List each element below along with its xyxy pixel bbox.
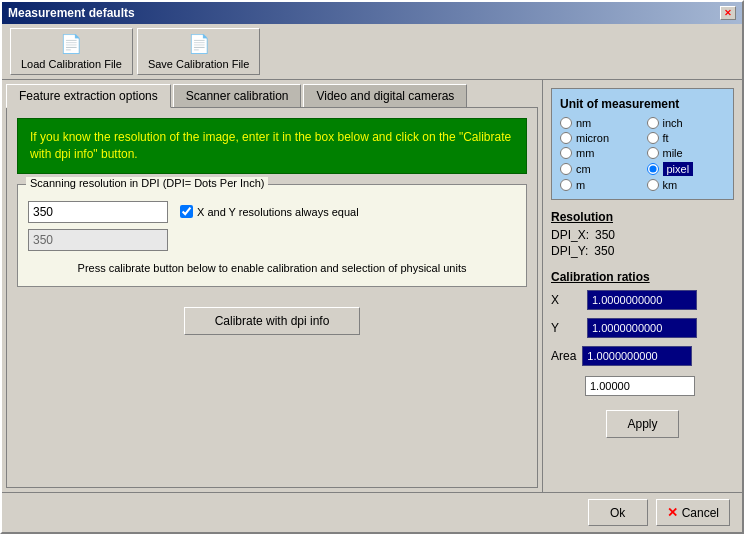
press-info-text: Press calibrate button below to enable c… [78, 262, 467, 274]
calib-y-row: Y [551, 318, 734, 338]
save-calibration-button[interactable]: 📄 Save Calibration File [137, 28, 261, 75]
tab-scanner-calibration[interactable]: Scanner calibration [173, 84, 302, 107]
main-content: Feature extraction options Scanner calib… [2, 80, 742, 492]
unit-km-radio[interactable] [647, 179, 659, 191]
right-panel: Unit of measurement nm inch micron [542, 80, 742, 492]
ok-label: Ok [610, 506, 625, 520]
title-bar-buttons: ✕ [720, 6, 736, 20]
calib-inner: X Y Area [551, 290, 734, 396]
calib-y-label: Y [551, 321, 581, 335]
single-value-input[interactable] [585, 376, 695, 396]
calibrate-btn-label: Calibrate with dpi info [215, 314, 330, 328]
dpi-content: X and Y resolutions always equal Press c… [28, 201, 516, 276]
save-label: Save Calibration File [148, 58, 250, 70]
calibrate-dpi-button[interactable]: Calibrate with dpi info [184, 307, 361, 335]
bottom-bar: Ok ✕ Cancel [2, 492, 742, 532]
tab1-label: Feature extraction options [19, 89, 158, 103]
tab3-label: Video and digital cameras [316, 89, 454, 103]
apply-button[interactable]: Apply [606, 410, 678, 438]
calib-x-row: X [551, 290, 734, 310]
unit-micron: micron [560, 132, 639, 144]
resolution-title: Resolution [551, 210, 734, 224]
unit-mile-radio[interactable] [647, 147, 659, 159]
tabs-bar: Feature extraction options Scanner calib… [2, 80, 542, 107]
info-box: If you know the resolution of the image,… [17, 118, 527, 174]
info-text: If you know the resolution of the image,… [30, 130, 511, 161]
xy-equal-group: X and Y resolutions always equal [180, 205, 359, 219]
xy-equal-checkbox[interactable] [180, 205, 193, 218]
load-label: Load Calibration File [21, 58, 122, 70]
unit-grid: nm inch micron ft [560, 117, 725, 191]
unit-m: m [560, 179, 639, 191]
unit-nm-radio[interactable] [560, 117, 572, 129]
dpi-inputs: X and Y resolutions always equal [28, 201, 516, 251]
window-title: Measurement defaults [8, 6, 135, 20]
left-panel: Feature extraction options Scanner calib… [2, 80, 542, 492]
unit-pixel: pixel [647, 162, 726, 176]
unit-inch-radio[interactable] [647, 117, 659, 129]
dpi-y-label: DPI_Y: [551, 244, 588, 258]
apply-label: Apply [627, 417, 657, 431]
calib-area-label: Area [551, 349, 576, 363]
calibration-ratios-box: Calibration ratios X Y Area [551, 270, 734, 396]
unit-nm: nm [560, 117, 639, 129]
calib-area-input[interactable] [582, 346, 692, 366]
xy-equal-label: X and Y resolutions always equal [197, 205, 359, 219]
cancel-label: Cancel [682, 506, 719, 520]
calib-y-input[interactable] [587, 318, 697, 338]
unit-ft: ft [647, 132, 726, 144]
calibrate-btn-container: Calibrate with dpi info [17, 297, 527, 335]
tab-content: If you know the resolution of the image,… [6, 107, 538, 488]
dpi-y-value: 350 [594, 244, 614, 258]
cancel-x-icon: ✕ [667, 505, 678, 520]
ok-button[interactable]: Ok [588, 499, 648, 526]
load-doc-icon: 📄 [60, 33, 82, 55]
unit-cm-radio[interactable] [560, 163, 572, 175]
unit-title: Unit of measurement [560, 97, 725, 111]
unit-m-radio[interactable] [560, 179, 572, 191]
main-window: Measurement defaults ✕ 📄 Load Calibratio… [0, 0, 744, 534]
dpi-y-row: DPI_Y: 350 [551, 244, 734, 258]
dpi-x-label: DPI_X: [551, 228, 589, 242]
unit-cm: cm [560, 162, 639, 176]
dpi-y-input[interactable] [28, 229, 168, 251]
dpi-x-value: 350 [595, 228, 615, 242]
title-bar: Measurement defaults ✕ [2, 2, 742, 24]
dpi-x-row: DPI_X: 350 [551, 228, 734, 242]
dpi-x-input[interactable] [28, 201, 168, 223]
pixel-label: pixel [663, 162, 694, 176]
resolution-box: Resolution DPI_X: 350 DPI_Y: 350 [551, 210, 734, 260]
tab2-label: Scanner calibration [186, 89, 289, 103]
unit-mile: mile [647, 147, 726, 159]
dpi-group: Scanning resolution in DPI (DPI= Dots Pe… [17, 184, 527, 287]
unit-inch: inch [647, 117, 726, 129]
calib-title: Calibration ratios [551, 270, 734, 284]
tab-feature-extraction[interactable]: Feature extraction options [6, 84, 171, 108]
unit-micron-radio[interactable] [560, 132, 572, 144]
unit-pixel-radio[interactable] [647, 163, 659, 175]
calib-area-row: Area [551, 346, 734, 366]
load-calibration-button[interactable]: 📄 Load Calibration File [10, 28, 133, 75]
unit-ft-radio[interactable] [647, 132, 659, 144]
tab-video-cameras[interactable]: Video and digital cameras [303, 84, 467, 107]
save-doc-icon: 📄 [188, 33, 210, 55]
calib-x-label: X [551, 293, 581, 307]
unit-mm-radio[interactable] [560, 147, 572, 159]
toolbar: 📄 Load Calibration File 📄 Save Calibrati… [2, 24, 742, 80]
press-info-container: Press calibrate button below to enable c… [28, 261, 516, 276]
close-button[interactable]: ✕ [720, 6, 736, 20]
calib-x-input[interactable] [587, 290, 697, 310]
unit-km: km [647, 179, 726, 191]
unit-of-measurement-box: Unit of measurement nm inch micron [551, 88, 734, 200]
dpi-legend: Scanning resolution in DPI (DPI= Dots Pe… [26, 177, 268, 189]
apply-btn-container: Apply [551, 406, 734, 438]
dpi-input-col [28, 201, 168, 251]
cancel-button[interactable]: ✕ Cancel [656, 499, 730, 526]
unit-mm: mm [560, 147, 639, 159]
